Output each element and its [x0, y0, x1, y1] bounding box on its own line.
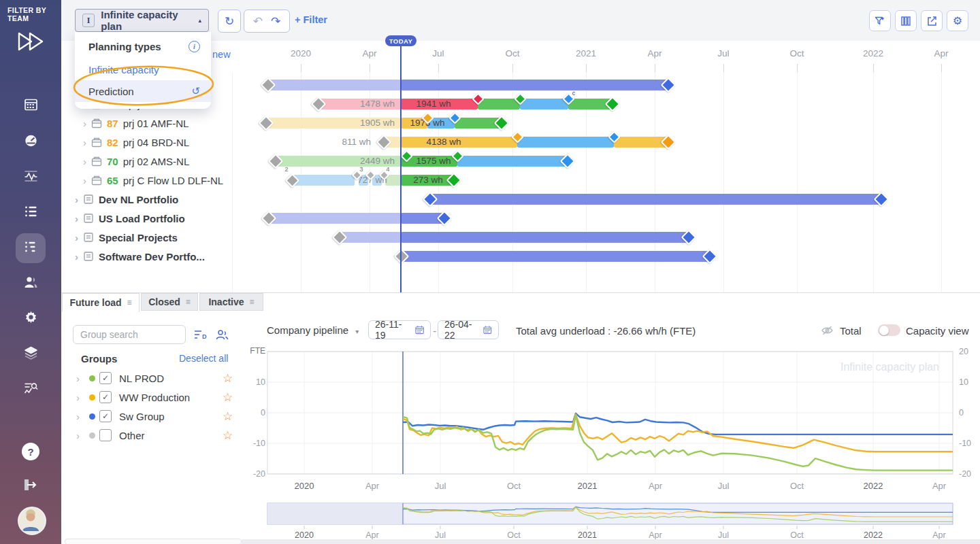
refresh-button[interactable]: ↻: [218, 10, 241, 33]
filter-favorites-button[interactable]: ♥: [869, 10, 891, 31]
group-checkbox[interactable]: ✓: [99, 410, 112, 422]
gantt-bar-segment[interactable]: [270, 213, 401, 224]
settings-gear-icon: [23, 310, 39, 328]
sidebar-item-users[interactable]: [16, 269, 46, 299]
reset-icon[interactable]: ↺: [191, 85, 200, 97]
favorite-star-icon[interactable]: ☆: [223, 371, 233, 386]
pipeline-selector[interactable]: Company pipeline ▾: [267, 324, 359, 336]
portfolio-row[interactable]: ›Software Dev Portfo...: [75, 249, 205, 264]
dropdown-option-prediction[interactable]: Prediction↺: [75, 80, 211, 102]
tab-menu-icon[interactable]: ≡: [250, 297, 255, 307]
expand-chevron-icon[interactable]: ›: [75, 213, 78, 224]
gantt-bar-segment[interactable]: [517, 137, 614, 148]
library-columns-button[interactable]: [895, 10, 917, 31]
add-filter-button[interactable]: + Filter: [295, 14, 327, 25]
gantt-bar-segment[interactable]: [403, 251, 710, 262]
horizontal-scrollbar-thumb[interactable]: [65, 539, 242, 544]
logout-icon[interactable]: [21, 477, 39, 496]
gantt-bar-segment[interactable]: [401, 80, 670, 90]
expand-chevron-icon[interactable]: ›: [83, 118, 86, 129]
gantt-bar-segment[interactable]: [293, 175, 355, 186]
group-sort-icon[interactable]: D: [193, 328, 208, 343]
info-icon[interactable]: i: [189, 41, 200, 52]
dashboard-gauge-icon: [23, 133, 39, 151]
expand-chevron-icon[interactable]: ›: [76, 411, 86, 422]
expand-chevron-icon[interactable]: ›: [76, 430, 86, 441]
settings-button[interactable]: ⚙: [947, 10, 968, 31]
gantt-bar-segment[interactable]: [614, 137, 667, 148]
expand-chevron-icon[interactable]: ›: [75, 251, 78, 262]
help-button[interactable]: ?: [22, 443, 39, 460]
gantt-bar-segment[interactable]: [520, 99, 568, 109]
favorite-star-icon[interactable]: ☆: [223, 428, 233, 443]
svg-text:D: D: [202, 333, 207, 340]
export-share-button[interactable]: [921, 10, 943, 31]
dropdown-option-infinite-capacity[interactable]: Infinite capacity: [75, 59, 211, 80]
sidebar-item-activity[interactable]: [16, 163, 46, 192]
portfolio-row[interactable]: ›Dev NL Portfolio: [75, 192, 178, 207]
sidebar-item-layers[interactable]: [16, 339, 46, 369]
expand-chevron-icon[interactable]: ›: [76, 373, 86, 384]
group-users-icon[interactable]: [215, 328, 229, 343]
timeline-tick-label: Apr: [921, 48, 962, 58]
gantt-bar-segment[interactable]: [478, 99, 520, 109]
user-avatar[interactable]: [18, 507, 46, 535]
y-tick-label: -10: [959, 439, 971, 448]
project-row[interactable]: ›87prj 01 AMF-NL: [83, 116, 189, 131]
tab-inactive[interactable]: Inactive≡: [199, 293, 263, 311]
gantt-bar-segment[interactable]: [341, 232, 401, 243]
gantt-bar-segment[interactable]: [267, 80, 401, 90]
chart-line-blue-line: [403, 413, 953, 435]
expand-chevron-icon[interactable]: ›: [75, 232, 78, 243]
timeline-tick-label: Apr: [349, 48, 390, 58]
sidebar-item-gantt[interactable]: [16, 233, 46, 263]
app-logo-icon[interactable]: [16, 30, 46, 56]
heart-icon: ♥: [881, 15, 885, 21]
gantt-bar-segment[interactable]: [401, 232, 689, 243]
add-new-link[interactable]: new: [212, 49, 231, 60]
filter-by-team-label: FILTER BY TEAM: [7, 6, 61, 22]
portfolio-row[interactable]: ›US Load Portfolio: [75, 211, 185, 226]
expand-chevron-icon[interactable]: ›: [75, 194, 78, 205]
tab-menu-icon[interactable]: ≡: [186, 297, 191, 307]
sidebar-item-settings-gear[interactable]: [16, 304, 46, 334]
gantt-bar-segment[interactable]: [457, 156, 566, 167]
expand-chevron-icon[interactable]: ›: [83, 156, 86, 167]
sidebar-item-task-list[interactable]: [16, 198, 46, 228]
row-label: Software Dev Portfo...: [99, 251, 205, 262]
capacity-view-toggle[interactable]: [878, 324, 900, 336]
deselect-all-link[interactable]: Deselect all: [179, 353, 228, 364]
favorite-star-icon[interactable]: ☆: [223, 409, 233, 424]
horizontal-scrollbar-track[interactable]: [242, 539, 980, 544]
dropdown-title: Planning types: [88, 41, 161, 52]
sidebar-item-pipeline-search[interactable]: [16, 375, 46, 405]
group-checkbox[interactable]: ✓: [99, 372, 112, 384]
date-to-input[interactable]: 26-04-22: [438, 320, 499, 339]
favorite-star-icon[interactable]: ☆: [223, 390, 233, 405]
tab-future-load[interactable]: Future load≡: [62, 293, 140, 312]
project-icon: [91, 137, 102, 148]
eye-off-icon[interactable]: [821, 325, 834, 339]
redo-icon[interactable]: ↷: [271, 14, 280, 29]
undo-icon[interactable]: ↶: [253, 14, 263, 29]
sidebar-item-dashboard-gauge[interactable]: [16, 127, 46, 157]
project-row[interactable]: ›70prj 02 AMS-NL: [83, 154, 189, 169]
portfolio-row[interactable]: ›Special Projects: [75, 230, 178, 245]
gantt-bar-segment[interactable]: [429, 194, 883, 205]
tab-menu-icon[interactable]: ≡: [127, 298, 132, 307]
group-checkbox[interactable]: ✓: [99, 391, 112, 403]
project-row[interactable]: ›65prj C Flow LD DLF-NL: [83, 173, 223, 188]
expand-chevron-icon[interactable]: ›: [76, 392, 86, 403]
expand-chevron-icon[interactable]: ›: [83, 175, 86, 186]
project-row[interactable]: ›82prj 04 BRD-NL: [83, 135, 189, 150]
date-from-input[interactable]: 26-11-19: [368, 320, 431, 339]
sidebar-item-calendar[interactable]: [16, 91, 46, 121]
timeline-minimap[interactable]: 2020AprJulOct2021AprJulOct2022Apr: [245, 501, 980, 543]
tab-closed[interactable]: Closed≡: [141, 293, 198, 311]
planning-type-dropdown-button[interactable]: I Infinite capacity plan ▴: [75, 9, 209, 32]
undo-redo-buttons[interactable]: ↶ ↷: [244, 10, 290, 33]
expand-chevron-icon[interactable]: ›: [83, 137, 86, 148]
group-row: ›Other: [76, 428, 145, 443]
group-checkbox[interactable]: [99, 429, 112, 441]
group-search-input[interactable]: [73, 325, 186, 344]
